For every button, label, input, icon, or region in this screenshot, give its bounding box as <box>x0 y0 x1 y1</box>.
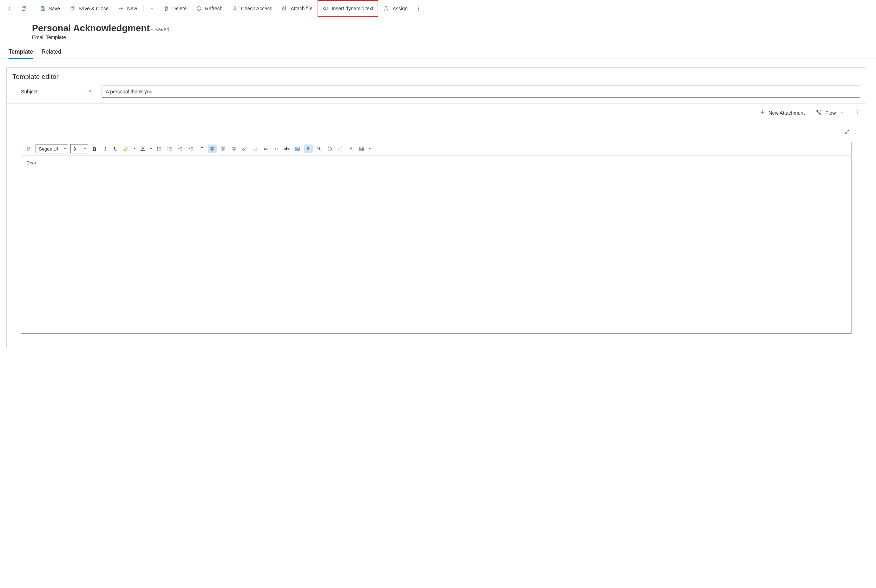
new-label: New <box>127 6 137 11</box>
flow-label: Flow <box>825 110 836 116</box>
save-icon <box>39 5 46 12</box>
svg-point-8 <box>418 10 419 10</box>
more-vertical-icon <box>415 5 422 12</box>
tabs: Template Related <box>0 43 876 59</box>
section-title: Template editor <box>7 68 866 84</box>
editor-body[interactable]: Dear <box>21 156 851 333</box>
editor-wrap: Segoe UI 9 B I U <box>21 128 852 334</box>
tab-template[interactable]: Template <box>9 46 33 58</box>
svg-rect-3 <box>71 7 73 8</box>
font-name-value: Segoe UI <box>39 146 58 152</box>
insert-image-button[interactable] <box>293 144 302 153</box>
save-button[interactable]: Save <box>35 0 64 17</box>
svg-rect-22 <box>296 147 300 151</box>
assign-label: Assign <box>392 6 407 11</box>
paperclip-icon <box>281 5 288 12</box>
save-close-button[interactable]: Save & Close <box>65 0 113 17</box>
plus-icon <box>118 5 124 12</box>
divider <box>33 4 33 12</box>
flow-button[interactable]: Flow <box>813 107 846 118</box>
table-dropdown[interactable] <box>368 147 371 150</box>
overflow-button[interactable] <box>412 0 425 17</box>
new-button[interactable]: New <box>114 0 141 17</box>
undo-button[interactable] <box>325 144 334 153</box>
assign-button[interactable]: Assign <box>379 0 412 17</box>
subject-label-text: Subject <box>21 89 38 94</box>
code-icon <box>323 5 329 12</box>
highlight-color-dropdown[interactable] <box>133 147 137 150</box>
svg-point-7 <box>418 8 419 9</box>
attach-file-button[interactable]: Attach file <box>277 0 317 17</box>
tab-related[interactable]: Related <box>42 46 61 58</box>
refresh-label: Refresh <box>205 6 222 11</box>
check-access-button[interactable]: Check Access <box>227 0 276 17</box>
attachment-bar: New Attachment Flow <box>7 104 866 122</box>
redo-button[interactable] <box>336 144 344 153</box>
numbered-list-button[interactable]: 123 <box>165 144 174 153</box>
popout-button[interactable] <box>17 0 30 17</box>
refresh-button[interactable]: Refresh <box>191 0 227 17</box>
subbar-overflow-button[interactable] <box>853 110 861 116</box>
rich-text-editor: Segoe UI 9 B I U <box>21 142 852 334</box>
unlink-button[interactable] <box>251 144 259 153</box>
clear-formatting-button[interactable] <box>347 144 355 153</box>
assign-icon <box>383 5 390 12</box>
new-attachment-button[interactable]: New Attachment <box>757 107 807 118</box>
svg-rect-24 <box>359 147 364 151</box>
plus-icon <box>759 110 765 116</box>
new-attachment-label: New Attachment <box>769 110 805 116</box>
subject-label: Subject <box>21 89 74 94</box>
svg-point-16 <box>157 147 158 148</box>
svg-point-18 <box>157 150 158 150</box>
expand-editor-button[interactable] <box>843 128 852 137</box>
new-dropdown-button[interactable] <box>146 0 158 17</box>
back-button[interactable] <box>3 0 17 17</box>
font-color-dropdown[interactable] <box>149 147 153 150</box>
underline-button[interactable]: U <box>111 144 120 153</box>
superscript-button[interactable]: x2 <box>261 144 270 153</box>
svg-rect-14 <box>124 150 129 151</box>
font-name-select[interactable]: Segoe UI <box>36 144 68 153</box>
strikethrough-button[interactable]: abc <box>283 144 291 153</box>
page-header: Personal Acknowledgment - Saved Email Te… <box>0 17 876 43</box>
font-color-button[interactable] <box>138 144 147 153</box>
rtl-button[interactable] <box>315 144 323 153</box>
bullet-list-button[interactable] <box>155 144 164 153</box>
align-right-button[interactable] <box>230 144 238 153</box>
svg-point-6 <box>418 6 419 7</box>
svg-point-13 <box>857 114 858 114</box>
link-button[interactable] <box>240 144 249 153</box>
indent-button[interactable] <box>187 144 195 153</box>
svg-point-9 <box>816 110 818 111</box>
flow-icon <box>815 109 822 117</box>
command-bar: Save Save & Close New Delete Refresh <box>0 0 876 17</box>
blockquote-button[interactable]: ” <box>197 144 206 153</box>
font-size-select[interactable]: 9 <box>70 144 88 153</box>
caret-down-icon <box>84 146 86 152</box>
delete-button[interactable]: Delete <box>159 0 191 17</box>
svg-rect-1 <box>42 6 44 8</box>
insert-table-button[interactable] <box>358 144 366 153</box>
bold-button[interactable]: B <box>90 144 99 153</box>
insert-dynamic-text-button[interactable]: Insert dynamic text <box>318 0 379 17</box>
svg-point-12 <box>857 112 858 112</box>
editor-content: Dear <box>26 160 36 165</box>
subject-input[interactable] <box>102 86 860 98</box>
save-label: Save <box>49 6 60 11</box>
attach-file-label: Attach file <box>291 6 312 11</box>
highlight-color-button[interactable] <box>122 144 131 153</box>
align-left-button[interactable] <box>208 144 217 153</box>
format-painter-button[interactable] <box>25 144 33 153</box>
caret-down-icon <box>63 146 66 152</box>
arrow-left-icon <box>6 5 13 12</box>
subscript-button[interactable]: x2 <box>272 144 281 153</box>
insert-dynamic-text-label: Insert dynamic text <box>332 6 374 11</box>
delete-label: Delete <box>172 6 186 11</box>
chevron-down-icon <box>149 5 155 12</box>
italic-button[interactable]: I <box>101 144 110 153</box>
outdent-button[interactable] <box>176 144 185 153</box>
subject-row: Subject * <box>7 84 866 104</box>
svg-point-4 <box>233 6 236 9</box>
ltr-button[interactable] <box>304 144 313 153</box>
align-center-button[interactable] <box>219 144 227 153</box>
